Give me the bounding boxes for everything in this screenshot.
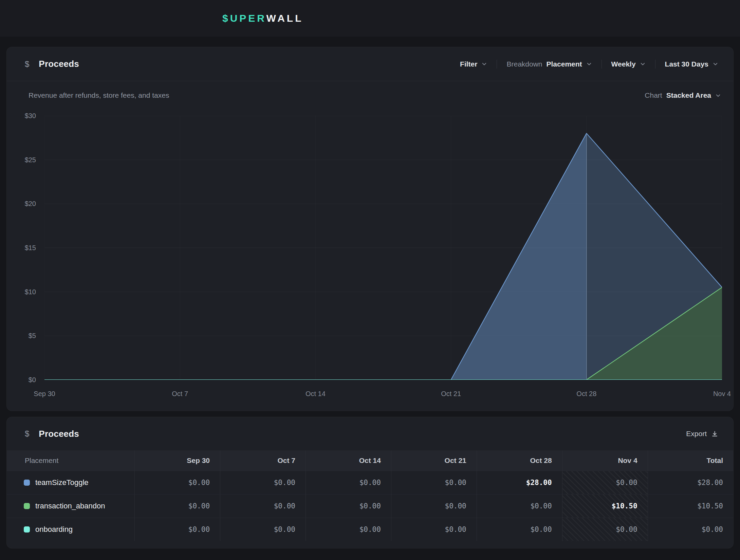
column-header: Total bbox=[648, 450, 733, 471]
chart-card-title-group: $ Proceeds bbox=[25, 59, 79, 69]
chart-subtitle: Revenue after refunds, store fees, and t… bbox=[29, 91, 169, 99]
value-cell: $0.00 bbox=[477, 494, 562, 518]
proceeds-table-card: $ Proceeds Export PlacementSep 30Oct 7Oc… bbox=[6, 417, 734, 548]
x-axis-label: Nov 4 bbox=[713, 390, 731, 398]
value-cell: $0.00 bbox=[306, 494, 391, 518]
y-axis-label: $30 bbox=[10, 112, 36, 120]
x-axis: Sep 30Oct 7Oct 14Oct 21Oct 28Nov 4 bbox=[44, 390, 722, 400]
proceeds-table: PlacementSep 30Oct 7Oct 14Oct 21Oct 28No… bbox=[7, 450, 733, 541]
breakdown-value: Placement bbox=[547, 60, 582, 68]
value-cell: $0.00 bbox=[477, 518, 562, 541]
download-icon bbox=[711, 430, 718, 437]
series-color-swatch bbox=[24, 503, 30, 509]
chart-type-value: Stacked Area bbox=[666, 91, 711, 99]
y-axis-label: $0 bbox=[10, 376, 36, 384]
table-card-title: Proceeds bbox=[39, 429, 79, 439]
chart-subheader: Revenue after refunds, store fees, and t… bbox=[7, 81, 733, 99]
table-card-header: $ Proceeds Export bbox=[7, 417, 733, 450]
value-cell: $28.00 bbox=[648, 471, 733, 494]
column-header: Oct 7 bbox=[220, 450, 306, 471]
value-cell: $0.00 bbox=[648, 518, 733, 541]
value-cell: $0.00 bbox=[220, 471, 306, 494]
y-axis-label: $5 bbox=[10, 332, 36, 340]
dollar-icon: $ bbox=[25, 429, 29, 438]
y-axis-label: $25 bbox=[10, 156, 36, 164]
dollar-icon: $ bbox=[25, 59, 29, 69]
series-color-swatch bbox=[24, 526, 30, 533]
chevron-down-icon bbox=[715, 93, 721, 98]
filter-label: Filter bbox=[460, 60, 477, 68]
export-label: Export bbox=[686, 430, 707, 438]
date-range-value: Last 30 Days bbox=[665, 60, 708, 68]
value-cell: $0.00 bbox=[562, 518, 648, 541]
chart-plot-area bbox=[44, 116, 722, 380]
chevron-down-icon bbox=[640, 61, 646, 67]
column-header: Placement bbox=[7, 450, 135, 471]
topbar: $UPERWALL bbox=[0, 0, 740, 37]
chart-type-select[interactable]: Chart Stacked Area bbox=[645, 91, 721, 99]
placement-cell: transaction_abandon bbox=[7, 494, 135, 518]
divider bbox=[655, 60, 655, 69]
date-range-select[interactable]: Last 30 Days bbox=[665, 60, 718, 68]
column-header: Oct 21 bbox=[391, 450, 477, 471]
value-cell: $0.00 bbox=[135, 494, 220, 518]
breakdown-select[interactable]: Breakdown Placement bbox=[506, 60, 592, 68]
period-select[interactable]: Weekly bbox=[611, 60, 646, 68]
x-axis-label: Oct 21 bbox=[441, 390, 461, 398]
value-cell: $10.50 bbox=[648, 494, 733, 518]
value-cell: $0.00 bbox=[391, 471, 477, 494]
filter-button[interactable]: Filter bbox=[460, 60, 487, 68]
x-axis-label: Oct 28 bbox=[576, 390, 596, 398]
main-content: $ Proceeds Filter Breakdown Placement We… bbox=[0, 37, 740, 548]
placement-cell: onboarding bbox=[7, 518, 135, 541]
table-row: transaction_abandon$0.00$0.00$0.00$0.00$… bbox=[7, 494, 733, 518]
value-cell: $10.50 bbox=[562, 494, 648, 518]
column-header: Oct 14 bbox=[306, 450, 391, 471]
y-axis-label: $15 bbox=[10, 244, 36, 252]
divider bbox=[497, 60, 497, 69]
chart-card-header: $ Proceeds Filter Breakdown Placement We… bbox=[7, 47, 733, 81]
value-cell: $0.00 bbox=[220, 518, 306, 541]
series-color-swatch bbox=[24, 480, 30, 486]
logo-rest-text: WALL bbox=[266, 13, 303, 24]
x-axis-label: Oct 14 bbox=[306, 390, 326, 398]
chevron-down-icon bbox=[481, 61, 487, 67]
chart-type-label: Chart bbox=[645, 91, 662, 99]
placement-cell: teamSizeToggle bbox=[7, 471, 135, 494]
value-cell: $0.00 bbox=[220, 494, 306, 518]
column-header: Oct 28 bbox=[477, 450, 562, 471]
value-cell: $0.00 bbox=[135, 518, 220, 541]
table-row: teamSizeToggle$0.00$0.00$0.00$0.00$28.00… bbox=[7, 471, 733, 494]
value-cell: $0.00 bbox=[306, 471, 391, 494]
chart-card-title: Proceeds bbox=[39, 59, 79, 69]
x-axis-label: Sep 30 bbox=[34, 390, 55, 398]
period-value: Weekly bbox=[611, 60, 636, 68]
superwall-logo[interactable]: $UPERWALL bbox=[222, 13, 303, 24]
value-cell: $0.00 bbox=[562, 471, 648, 494]
value-cell: $0.00 bbox=[391, 518, 477, 541]
proceeds-chart-card: $ Proceeds Filter Breakdown Placement We… bbox=[6, 47, 734, 411]
y-axis-label: $10 bbox=[10, 288, 36, 296]
y-axis: $0$5$10$15$20$25$30 bbox=[10, 116, 36, 380]
value-cell: $0.00 bbox=[306, 518, 391, 541]
value-cell: $28.00 bbox=[477, 471, 562, 494]
breakdown-label: Breakdown bbox=[506, 60, 542, 68]
value-cell: $0.00 bbox=[391, 494, 477, 518]
chart-controls: Filter Breakdown Placement Weekly Last 3… bbox=[460, 60, 718, 69]
stacked-area-chart[interactable]: $0$5$10$15$20$25$30 Sep 30Oct 7Oct 14Oct… bbox=[44, 116, 722, 380]
chevron-down-icon bbox=[713, 61, 718, 67]
table-header-row: PlacementSep 30Oct 7Oct 14Oct 21Oct 28No… bbox=[7, 450, 733, 471]
table-row: onboarding$0.00$0.00$0.00$0.00$0.00$0.00… bbox=[7, 518, 733, 541]
y-axis-label: $20 bbox=[10, 200, 36, 208]
divider bbox=[602, 60, 602, 69]
value-cell: $0.00 bbox=[135, 471, 220, 494]
logo-accent-text: $UPER bbox=[222, 13, 266, 24]
export-button[interactable]: Export bbox=[686, 430, 718, 438]
x-axis-label: Oct 7 bbox=[172, 390, 188, 398]
column-header: Nov 4 bbox=[562, 450, 648, 471]
chevron-down-icon bbox=[586, 61, 592, 67]
table-card-title-group: $ Proceeds bbox=[25, 429, 79, 439]
column-header: Sep 30 bbox=[135, 450, 220, 471]
